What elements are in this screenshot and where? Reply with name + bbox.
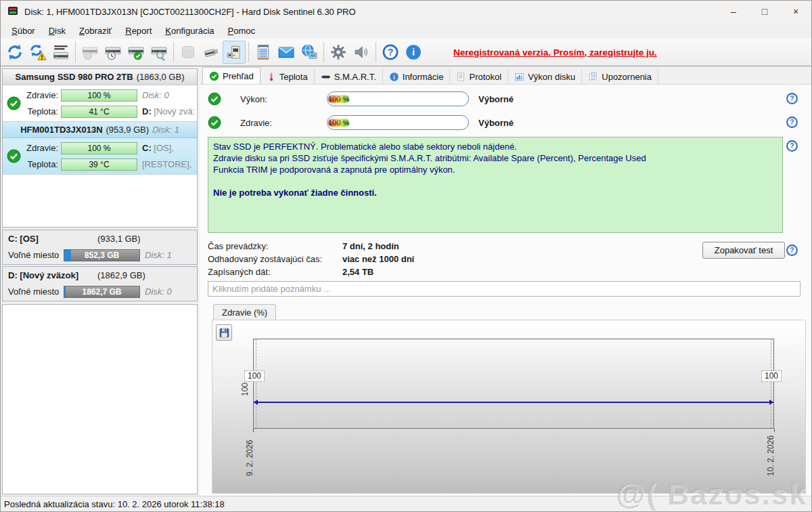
minimize-button[interactable]: – xyxy=(718,1,749,22)
last-update-text: Posledná aktualizácia stavu: 10. 2. 2026… xyxy=(4,499,225,509)
menu-view[interactable]: Zobraziť xyxy=(72,24,118,38)
tab-overview[interactable]: Prehľad xyxy=(202,67,261,84)
menu-help[interactable]: Pomoc xyxy=(221,24,262,38)
close-button[interactable]: × xyxy=(780,1,811,22)
network-icon[interactable] xyxy=(298,41,321,64)
svg-text:i: i xyxy=(412,47,415,58)
status-line-1: Stav SSD je PERFEKTNÝ. Problematické ale… xyxy=(213,141,777,152)
tab-log[interactable]: Protokol xyxy=(450,69,508,84)
lifetime-value: viac než 1000 dní xyxy=(342,254,414,267)
disk-clock-icon[interactable] xyxy=(102,41,125,64)
partition-c-disk: Disk: 1 xyxy=(145,250,172,260)
status-textbox: Stav SSD je PERFEKTNÝ. Problematické ale… xyxy=(208,137,783,233)
partition-d-free-value: 1862,7 GB xyxy=(82,287,121,297)
status-line-3: Funkcia TRIM je podporovaná a zapnutá pr… xyxy=(213,164,777,175)
disk-0-temp-bar: 41 °C xyxy=(61,106,137,118)
disk-surface-icon[interactable] xyxy=(78,41,102,64)
title-bar: Disk: 1, HFM001TD3JX013N [CJ0CT00211300C… xyxy=(1,1,811,22)
disk-1-header: HFM001TD3JX013N (953,9 GB) Disk: 1 xyxy=(3,122,197,138)
tab-smart[interactable]: S.M.A.R.T. xyxy=(315,69,383,84)
chart-tab-label: Zdravie (%) xyxy=(222,307,267,318)
chart-date-right: 10. 2. 2026 xyxy=(766,435,775,476)
unregistered-notice[interactable]: Neregistrovaná verzia. Prosím, zaregistr… xyxy=(453,47,657,58)
menu-file[interactable]: Súbor xyxy=(5,24,42,38)
toolbar-separator xyxy=(248,42,249,62)
partition-c-size: (933,1 GB) xyxy=(97,234,141,244)
disk-1-health-bar: 100 % xyxy=(61,142,137,154)
toolbar-separator xyxy=(173,42,174,62)
disk-drum-icon[interactable] xyxy=(177,41,200,64)
svg-text:i: i xyxy=(393,73,394,80)
disk-entry-0[interactable]: Samsung SSD 980 PRO 2TB (1863,0 GB) Zdra… xyxy=(3,69,197,122)
maximize-button[interactable]: □ xyxy=(749,1,780,22)
performance-help-icon[interactable]: ? xyxy=(786,92,798,107)
disk-1-temp-bar: 39 °C xyxy=(61,158,137,171)
menu-disk[interactable]: Disk xyxy=(42,24,72,38)
tab-smart-label: S.M.A.R.T. xyxy=(334,72,376,82)
disk-0-health-bar: 100 % xyxy=(61,89,137,102)
main-panel: Prehľad Teplota S.M.A.R.T. i Informácie … xyxy=(200,67,811,496)
app-logo-icon xyxy=(7,5,18,18)
health-rating: Výborné xyxy=(478,118,514,128)
tab-information[interactable]: i Informácie xyxy=(383,69,451,84)
tab-performance[interactable]: Výkon disku xyxy=(508,69,582,84)
chart-tick-left xyxy=(253,429,254,432)
disk-list: Samsung SSD 980 PRO 2TB (1863,0 GB) Zdra… xyxy=(2,68,198,228)
disk-0-volume-letter: D: xyxy=(142,106,152,116)
health-help-icon[interactable]: ? xyxy=(786,116,798,131)
retest-button[interactable]: Zopakovať test xyxy=(702,242,785,259)
menu-configuration[interactable]: Konfigurácia xyxy=(158,24,221,38)
eject-drive-icon[interactable] xyxy=(223,41,246,64)
partition-c[interactable]: C: [OS] (933,1 GB) Voľné miesto 852,3 GB… xyxy=(2,230,198,265)
disk-0-health-label: Zdravie: xyxy=(3,90,61,100)
disk-1-name: HFM001TD3JX013N xyxy=(20,125,102,135)
written-label: Zapísaných dát: xyxy=(208,267,342,280)
settings-gear-icon[interactable] xyxy=(327,41,350,64)
partition-d-disk: Disk: 0 xyxy=(145,286,172,297)
disk-0-number: Disk: 0 xyxy=(142,90,169,100)
chart-tick-right xyxy=(774,429,775,432)
disk-entry-1[interactable]: HFM001TD3JX013N (953,9 GB) Disk: 1 Zdrav… xyxy=(3,122,197,175)
sidebar-empty-area xyxy=(2,304,198,494)
disk-test-icon[interactable] xyxy=(125,41,148,64)
save-chart-button[interactable] xyxy=(216,324,232,341)
usb-drive-icon[interactable] xyxy=(200,41,223,64)
tab-temperature[interactable]: Teplota xyxy=(261,69,315,84)
document-icon xyxy=(456,72,466,82)
disk-report-icon[interactable] xyxy=(49,41,72,64)
refresh-warning-icon[interactable] xyxy=(26,41,49,64)
partition-d[interactable]: D: [Nový zväzok] (1862,9 GB) Voľné miest… xyxy=(2,266,198,301)
svg-text:?: ? xyxy=(790,247,794,254)
retest-help-icon[interactable]: ? xyxy=(786,244,798,259)
tab-alerts[interactable]: Upozornenia xyxy=(582,69,658,84)
performance-rating: Výborné xyxy=(478,94,514,104)
health-ok-icon xyxy=(208,116,221,129)
chart-point-label-left: 100 xyxy=(244,370,265,382)
performance-bar-value: 100 % xyxy=(328,95,349,103)
email-icon[interactable] xyxy=(275,41,298,64)
chart-tab-health[interactable]: Zdravie (%) xyxy=(213,304,276,320)
partition-c-free-value: 852,3 GB xyxy=(85,251,119,260)
app-window: Disk: 1, HFM001TD3JX013N [CJ0CT00211300C… xyxy=(0,0,812,512)
sound-icon[interactable] xyxy=(350,41,373,64)
floppy-save-icon xyxy=(219,327,230,339)
note-input[interactable] xyxy=(208,281,800,297)
chart-date-left: 9. 2. 2026 xyxy=(245,440,254,476)
notes-icon[interactable] xyxy=(252,41,275,64)
status-help-icon[interactable]: ? xyxy=(786,140,798,154)
help-icon[interactable]: ? xyxy=(379,41,402,64)
thermometer-icon xyxy=(267,72,276,82)
refresh-icon[interactable] xyxy=(3,41,26,64)
svg-text:?: ? xyxy=(388,47,394,58)
pages-icon xyxy=(588,72,598,82)
menu-report[interactable]: Report xyxy=(118,24,158,38)
disk-search-icon[interactable] xyxy=(148,41,171,64)
disk-1-health-label: Zdravie: xyxy=(3,143,61,153)
partition-c-free-label: Voľné miesto xyxy=(3,250,64,260)
window-title: Disk: 1, HFM001TD3JX013N [CJ0CT00211300C… xyxy=(24,7,356,17)
status-bar: Posledná aktualizácia stavu: 10. 2. 2026… xyxy=(1,496,811,511)
tab-performance-label: Výkon disku xyxy=(528,72,575,82)
disk-0-size: (1863,0 GB) xyxy=(137,72,185,82)
info-icon[interactable]: i xyxy=(402,41,425,64)
disk-sidebar: Samsung SSD 980 PRO 2TB (1863,0 GB) Zdra… xyxy=(1,67,199,496)
